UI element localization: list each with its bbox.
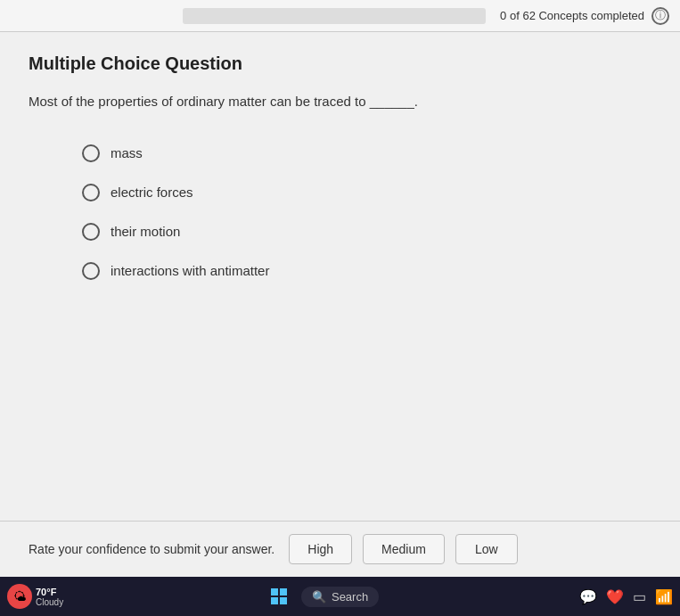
radio-option-electric[interactable] [82,184,100,201]
list-item[interactable]: electric forces [82,184,651,201]
option-label-electric: electric forces [111,185,193,200]
progress-text: 0 of 62 Concepts completed [500,9,644,22]
option-label-mass: mass [111,145,143,160]
windows-start-button[interactable] [271,588,287,604]
win-cell-1 [271,588,278,595]
weather-condition: Cloudy [36,597,63,607]
progress-bar-container [183,8,486,24]
taskbar-search-bar[interactable]: 🔍 Search [301,587,379,607]
high-confidence-button[interactable]: High [289,534,352,564]
list-item[interactable]: interactions with antimatter [82,262,651,280]
list-item[interactable]: their motion [82,223,651,241]
radio-option-motion[interactable] [82,223,100,241]
medium-confidence-button[interactable]: Medium [363,534,445,564]
taskbar-weather: 🌤 70°F Cloudy [7,584,63,609]
window-icon[interactable]: ▭ [633,588,646,605]
win-cell-4 [280,597,287,604]
info-icon[interactable]: ⓘ [651,7,669,25]
chat-icon[interactable]: 💬 [579,588,597,605]
taskbar: 🌤 70°F Cloudy 🔍 Search 💬 ❤️ ▭ 📶 [0,577,680,616]
search-label: Search [332,590,368,604]
weather-icon: 🌤 [7,584,32,609]
win-cell-2 [280,588,287,595]
top-bar: 0 of 62 Concepts completed ⓘ [0,0,680,32]
question-type-label: Multiple Choice Question [29,53,651,74]
heart-icon[interactable]: ❤️ [606,588,624,605]
radio-option-antimatter[interactable] [82,262,100,280]
search-icon: 🔍 [312,590,326,604]
low-confidence-button[interactable]: Low [455,534,518,564]
question-text: Most of the properties of ordinary matte… [29,92,651,112]
option-label-antimatter: interactions with antimatter [111,263,269,278]
footer-text: Rate your confidence to submit your answ… [29,542,274,556]
footer-area: Rate your confidence to submit your answ… [0,521,680,577]
win-cell-3 [271,597,278,604]
windows-grid-icon [271,588,287,604]
weather-text: 70°F Cloudy [36,587,63,607]
radio-option-mass[interactable] [82,144,100,162]
network-icon[interactable]: 📶 [655,588,673,605]
weather-temperature: 70°F [36,587,63,597]
taskbar-center: 🔍 Search [78,587,572,607]
options-list: mass electric forces their motion intera… [82,144,651,280]
option-label-motion: their motion [111,224,180,239]
main-content: Multiple Choice Question Most of the pro… [0,32,680,549]
taskbar-right: 💬 ❤️ ▭ 📶 [579,588,673,605]
list-item[interactable]: mass [82,144,651,162]
